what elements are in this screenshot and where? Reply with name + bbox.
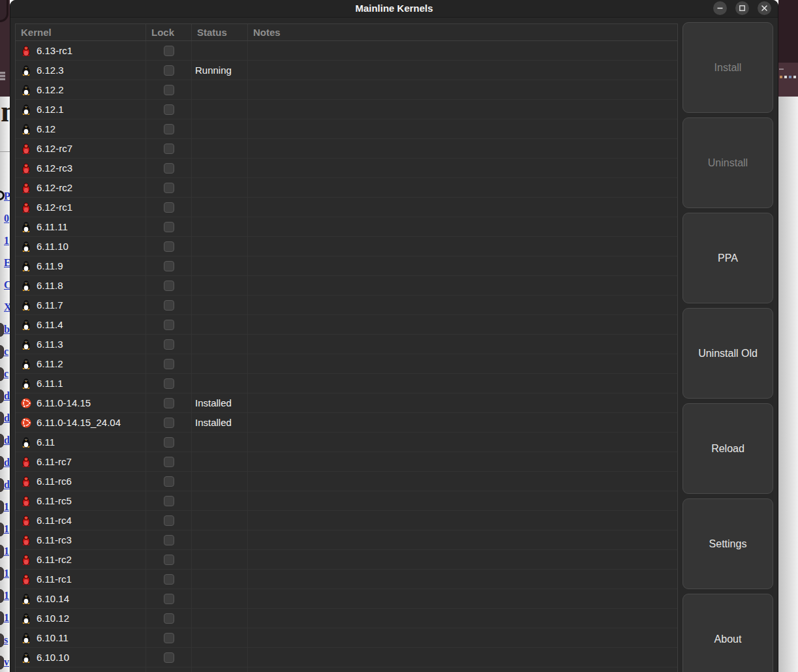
uninstall-button[interactable]: Uninstall: [683, 117, 773, 208]
about-button[interactable]: About: [683, 594, 773, 672]
lock-checkbox[interactable]: [164, 144, 174, 154]
lock-checkbox[interactable]: [164, 261, 174, 271]
table-row[interactable]: 6.11-rc3: [16, 530, 677, 550]
lock-checkbox[interactable]: [164, 85, 174, 95]
table-row[interactable]: 6.11.2: [16, 354, 677, 374]
table-row[interactable]: 6.10.11: [16, 628, 677, 648]
background-link[interactable]: b: [4, 324, 10, 335]
lock-checkbox[interactable]: [164, 633, 174, 643]
table-row[interactable]: 6.11: [16, 433, 677, 452]
uninstall-old-button[interactable]: Uninstall Old: [683, 308, 773, 399]
table-row[interactable]: 6.11.11: [16, 217, 677, 237]
background-link[interactable]: c: [4, 368, 8, 380]
background-link[interactable]: d: [4, 412, 10, 424]
table-row[interactable]: 6.12.1: [16, 100, 677, 119]
background-link[interactable]: 1: [4, 545, 9, 557]
table-row[interactable]: 6.11.10: [16, 237, 677, 256]
table-row[interactable]: 6.10.12: [16, 609, 677, 628]
lock-checkbox[interactable]: [164, 46, 174, 56]
table-row[interactable]: 6.12-rc2: [16, 178, 677, 198]
column-header-kernel[interactable]: Kernel: [16, 24, 146, 40]
ppa-button[interactable]: PPA: [683, 213, 773, 303]
background-link[interactable]: 1: [4, 235, 9, 247]
lock-checkbox[interactable]: [164, 594, 174, 604]
background-link[interactable]: 1: [4, 612, 9, 624]
background-link[interactable]: P: [4, 191, 10, 202]
lock-checkbox[interactable]: [164, 398, 174, 408]
lock-checkbox[interactable]: [164, 613, 174, 624]
lock-checkbox[interactable]: [164, 515, 174, 526]
table-row[interactable]: 6.11.0-14.15_24.04Installed: [16, 413, 677, 433]
install-button[interactable]: Install: [683, 22, 773, 113]
table-row[interactable]: 6.11.9: [16, 256, 677, 276]
table-row[interactable]: 6.12-rc1: [16, 198, 677, 217]
lock-checkbox[interactable]: [164, 535, 174, 545]
lock-checkbox[interactable]: [164, 281, 174, 291]
lock-checkbox[interactable]: [164, 339, 174, 350]
background-link[interactable]: X: [4, 301, 10, 313]
lock-checkbox[interactable]: [164, 183, 174, 193]
table-row[interactable]: 6.11.8: [16, 276, 677, 296]
table-row[interactable]: 6.11-rc5: [16, 491, 677, 511]
lock-checkbox[interactable]: [164, 476, 174, 487]
column-header-lock[interactable]: Lock: [146, 24, 192, 40]
table-row[interactable]: 6.12-rc3: [16, 159, 677, 178]
lock-checkbox[interactable]: [164, 574, 174, 585]
table-row[interactable]: 6.10.10: [16, 648, 677, 667]
background-link[interactable]: 0: [4, 213, 9, 224]
table-row[interactable]: [16, 667, 677, 672]
lock-checkbox[interactable]: [164, 418, 174, 428]
background-link[interactable]: v: [4, 656, 9, 668]
background-link[interactable]: 1: [4, 568, 9, 579]
lock-checkbox[interactable]: [164, 496, 174, 506]
lock-checkbox[interactable]: [164, 104, 174, 115]
lock-checkbox[interactable]: [164, 359, 174, 369]
lock-checkbox[interactable]: [164, 320, 174, 330]
minimize-button[interactable]: [713, 1, 727, 15]
background-link[interactable]: d: [4, 390, 10, 402]
column-header-notes[interactable]: Notes: [248, 24, 677, 40]
table-row[interactable]: 6.12-rc7: [16, 139, 677, 159]
table-row[interactable]: 6.11-rc7: [16, 452, 677, 472]
table-row[interactable]: 6.11.7: [16, 296, 677, 315]
table-row[interactable]: 6.11.0-14.15Installed: [16, 393, 677, 413]
lock-checkbox[interactable]: [164, 202, 174, 213]
close-button[interactable]: [758, 1, 771, 15]
background-link[interactable]: s: [4, 634, 8, 646]
table-row[interactable]: 6.12.2: [16, 80, 677, 100]
background-link[interactable]: 1: [4, 590, 9, 602]
lock-checkbox[interactable]: [164, 124, 174, 134]
table-row[interactable]: 6.12: [16, 119, 677, 139]
lock-checkbox[interactable]: [164, 652, 174, 663]
background-link[interactable]: 1: [4, 501, 9, 513]
table-row[interactable]: 6.13-rc1: [16, 41, 677, 61]
background-link[interactable]: c: [4, 346, 8, 358]
table-row[interactable]: 6.12.3Running: [16, 61, 677, 80]
background-link[interactable]: d: [4, 479, 10, 491]
table-row[interactable]: 6.11.3: [16, 335, 677, 354]
reload-button[interactable]: Reload: [683, 403, 773, 494]
lock-checkbox[interactable]: [164, 437, 174, 448]
table-row[interactable]: 6.11-rc2: [16, 550, 677, 570]
table-row[interactable]: 6.11-rc6: [16, 472, 677, 491]
lock-checkbox[interactable]: [164, 65, 174, 76]
settings-button[interactable]: Settings: [683, 498, 773, 589]
table-row[interactable]: 6.10.14: [16, 589, 677, 609]
lock-checkbox[interactable]: [164, 378, 174, 389]
background-link[interactable]: C: [4, 279, 10, 291]
maximize-button[interactable]: [735, 1, 749, 15]
lock-checkbox[interactable]: [164, 222, 174, 232]
background-link[interactable]: d: [4, 457, 10, 468]
table-row[interactable]: 6.11.4: [16, 315, 677, 335]
table-row[interactable]: 6.11.1: [16, 374, 677, 393]
table-row[interactable]: 6.11-rc4: [16, 511, 677, 530]
lock-checkbox[interactable]: [164, 163, 174, 174]
background-link[interactable]: d: [4, 435, 10, 446]
lock-checkbox[interactable]: [164, 457, 174, 467]
background-link[interactable]: 1: [4, 523, 9, 535]
lock-checkbox[interactable]: [164, 241, 174, 252]
background-link[interactable]: E: [4, 257, 10, 269]
lock-checkbox[interactable]: [164, 300, 174, 311]
lock-checkbox[interactable]: [164, 555, 174, 565]
titlebar[interactable]: Mainline Kernels: [10, 0, 778, 18]
